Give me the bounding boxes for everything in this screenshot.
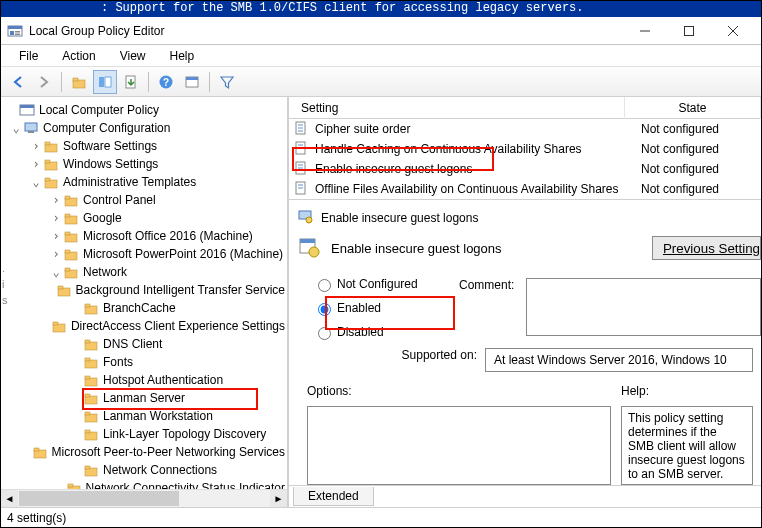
tree-llt[interactable]: Link-Layer Topology Discovery: [5, 425, 285, 443]
window-title: Local Group Policy Editor: [29, 24, 623, 38]
back-button[interactable]: [6, 70, 30, 94]
svg-rect-55: [85, 430, 90, 433]
svg-point-76: [306, 217, 312, 223]
comment-label: Comment:: [459, 278, 514, 336]
radio-disabled[interactable]: Disabled: [289, 320, 459, 344]
app-icon: [7, 23, 23, 39]
maximize-button[interactable]: [667, 17, 711, 45]
tree-computer-config[interactable]: ⌄Computer Configuration: [5, 119, 285, 137]
tree-scroll[interactable]: Local Computer Policy ⌄Computer Configur…: [1, 97, 287, 489]
svg-rect-2: [10, 31, 14, 35]
policy-icon: [293, 140, 309, 159]
policy-editor-subtitle: Enable insecure guest logons: [331, 241, 502, 256]
svg-rect-4: [15, 33, 20, 35]
tree-ms-office[interactable]: ›Microsoft Office 2016 (Machine): [5, 227, 285, 245]
scroll-right-icon[interactable]: ►: [270, 490, 287, 507]
svg-rect-53: [85, 412, 90, 415]
up-button[interactable]: [67, 70, 91, 94]
filter-button[interactable]: [215, 70, 239, 94]
scroll-thumb[interactable]: [19, 491, 179, 506]
tree-dns[interactable]: DNS Client: [5, 335, 285, 353]
list-item[interactable]: Handle Caching on Continuous Availabilit…: [289, 139, 761, 159]
close-button[interactable]: [711, 17, 755, 45]
chevron-down-icon[interactable]: ⌄: [29, 176, 43, 188]
menu-action[interactable]: Action: [52, 47, 105, 65]
window-titlebar: Local Group Policy Editor: [1, 17, 761, 45]
tree-lanman-workstation[interactable]: Lanman Workstation: [5, 407, 285, 425]
svg-rect-51: [85, 394, 90, 397]
radio-enabled[interactable]: Enabled: [289, 296, 459, 320]
tree-google[interactable]: ›Google: [5, 209, 285, 227]
export-button[interactable]: [119, 70, 143, 94]
svg-rect-10: [73, 78, 78, 81]
options-label: Options:: [307, 384, 352, 398]
svg-rect-35: [65, 250, 70, 253]
policy-icon: [293, 180, 309, 199]
previous-setting-button[interactable]: Previous Setting: [652, 236, 761, 260]
chevron-down-icon[interactable]: ⌄: [9, 122, 23, 134]
menubar: File Action View Help: [1, 45, 761, 67]
tree-ms-powerpoint[interactable]: ›Microsoft PowerPoint 2016 (Machine): [5, 245, 285, 263]
tree-ncsi[interactable]: Network Connectivity Status Indicator: [5, 479, 285, 489]
tree-lanman-server[interactable]: Lanman Server: [5, 389, 285, 407]
tree-control-panel[interactable]: ›Control Panel: [5, 191, 285, 209]
tree-branchcache[interactable]: BranchCache: [5, 299, 285, 317]
radio-not-configured[interactable]: Not Configured: [289, 272, 459, 296]
scroll-left-icon[interactable]: ◄: [1, 490, 18, 507]
help-button[interactable]: ?: [154, 70, 178, 94]
svg-rect-31: [65, 214, 70, 217]
tree-network[interactable]: ⌄Network: [5, 263, 285, 281]
menu-file[interactable]: File: [9, 47, 48, 65]
forward-button[interactable]: [32, 70, 56, 94]
tree-netconn[interactable]: Network Connections: [5, 461, 285, 479]
tree-directaccess[interactable]: DirectAccess Client Experience Settings: [5, 317, 285, 335]
comment-field[interactable]: [526, 278, 761, 336]
tree-hotspot[interactable]: Hotspot Authentication: [5, 371, 285, 389]
chevron-right-icon[interactable]: ›: [29, 140, 43, 152]
tab-extended[interactable]: Extended: [293, 487, 374, 506]
tree-root[interactable]: Local Computer Policy: [5, 101, 285, 119]
svg-rect-47: [85, 358, 90, 361]
tree-mptp[interactable]: Microsoft Peer-to-Peer Networking Servic…: [5, 443, 285, 461]
svg-rect-43: [53, 322, 58, 325]
console-remnant: : Support for the SMB 1.0/CIFS client fo…: [1, 1, 761, 17]
svg-rect-1: [8, 26, 22, 29]
policy-editor-icon: [297, 208, 313, 227]
list-item[interactable]: Cipher suite orderNot configured: [289, 119, 761, 139]
list-item[interactable]: Offline Files Availability on Continuous…: [289, 179, 761, 199]
tree-software-settings[interactable]: ›Software Settings: [5, 137, 285, 155]
list-item-selected[interactable]: Enable insecure guest logonsNot configur…: [289, 159, 761, 179]
col-setting[interactable]: Setting: [289, 97, 625, 119]
properties-button[interactable]: [180, 70, 204, 94]
tree-panel: Local Computer Policy ⌄Computer Configur…: [1, 97, 289, 507]
menu-help[interactable]: Help: [160, 47, 205, 65]
svg-rect-21: [28, 131, 34, 133]
svg-rect-37: [65, 268, 70, 271]
menu-view[interactable]: View: [110, 47, 156, 65]
tree-windows-settings[interactable]: ›Windows Settings: [5, 155, 285, 173]
svg-rect-23: [45, 142, 50, 145]
tree-h-scrollbar[interactable]: ◄ ►: [1, 489, 287, 507]
svg-rect-29: [65, 196, 70, 199]
chevron-right-icon[interactable]: ›: [29, 158, 43, 170]
chevron-right-icon[interactable]: ›: [49, 194, 63, 206]
tree-admin-templates[interactable]: ⌄Administrative Templates: [5, 173, 285, 191]
show-tree-button[interactable]: [93, 70, 117, 94]
policy-icon: [293, 120, 309, 139]
cropped-text-artifact: . i s: [2, 260, 8, 308]
svg-rect-19: [20, 105, 34, 108]
options-field[interactable]: [307, 406, 611, 485]
svg-rect-41: [85, 304, 90, 307]
svg-rect-57: [34, 448, 39, 451]
tab-strip: Extended: [289, 485, 761, 507]
svg-text:?: ?: [163, 77, 169, 88]
chevron-down-icon[interactable]: ⌄: [49, 266, 63, 278]
minimize-button[interactable]: [623, 17, 667, 45]
tree-fonts[interactable]: Fonts: [5, 353, 285, 371]
svg-rect-33: [65, 232, 70, 235]
col-state[interactable]: State: [625, 97, 761, 119]
supportedon-label: Supported on:: [402, 348, 477, 362]
tree-bits[interactable]: Background Intelligent Transfer Service: [5, 281, 285, 299]
status-bar: 4 setting(s): [1, 507, 761, 527]
svg-rect-17: [186, 77, 198, 80]
